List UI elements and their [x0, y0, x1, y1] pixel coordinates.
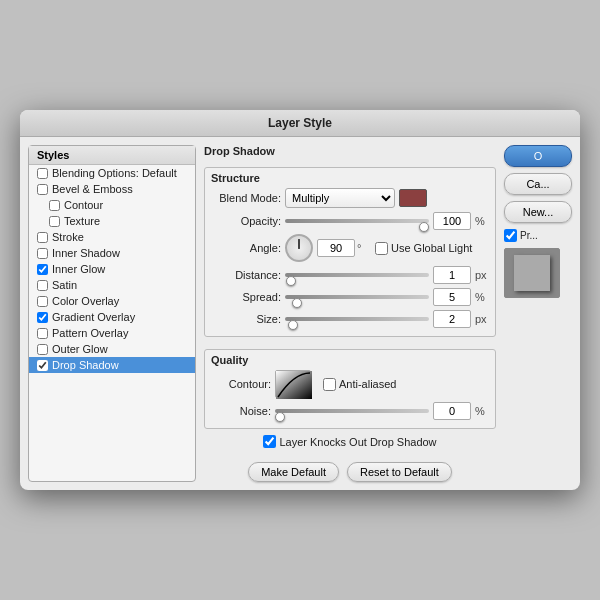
angle-input[interactable]	[317, 239, 355, 257]
contour-svg	[276, 371, 312, 399]
ok-button[interactable]: O	[504, 145, 572, 167]
sidebar-item[interactable]: Pattern Overlay	[29, 325, 195, 341]
noise-slider-track	[275, 409, 429, 413]
sidebar-item[interactable]: Texture	[29, 213, 195, 229]
sidebar-item-label: Inner Glow	[52, 263, 105, 275]
distance-row: Distance: px	[211, 266, 489, 284]
spread-unit: %	[475, 291, 489, 303]
sidebar-item[interactable]: Drop Shadow	[29, 357, 195, 373]
global-light-checkbox[interactable]	[375, 242, 388, 255]
sidebar-item-checkbox[interactable]	[37, 344, 48, 355]
dialog-body: Styles Blending Options: DefaultBevel & …	[20, 137, 580, 490]
sidebar-item[interactable]: Outer Glow	[29, 341, 195, 357]
spread-row: Spread: %	[211, 288, 489, 306]
sidebar-item[interactable]: Inner Shadow	[29, 245, 195, 261]
sidebar-item-checkbox[interactable]	[37, 280, 48, 291]
anti-aliased-label: Anti-aliased	[323, 378, 396, 391]
preview-checkbox[interactable]	[504, 229, 517, 242]
quality-section: Quality Contour:	[204, 349, 496, 429]
noise-unit: %	[475, 405, 489, 417]
contour-row: Contour:	[211, 370, 489, 398]
sidebar-item[interactable]: Stroke	[29, 229, 195, 245]
sidebar-item-label: Inner Shadow	[52, 247, 120, 259]
sidebar-item-checkbox[interactable]	[37, 312, 48, 323]
preview-checkbox-label: Pr...	[504, 229, 572, 242]
sidebar-item-checkbox[interactable]	[37, 232, 48, 243]
size-row: Size: px	[211, 310, 489, 328]
spread-slider-track	[285, 295, 429, 299]
global-light-label: Use Global Light	[375, 242, 472, 255]
opacity-slider-container	[285, 219, 429, 223]
angle-input-wrap: °	[317, 239, 371, 257]
noise-slider-container	[275, 409, 429, 413]
dialog-title: Layer Style	[268, 116, 332, 130]
sidebar-item[interactable]: Satin	[29, 277, 195, 293]
blend-mode-row: Blend Mode: Multiply Normal Screen	[211, 188, 489, 208]
sidebar-item-checkbox[interactable]	[37, 264, 48, 275]
sidebar-item-checkbox[interactable]	[37, 360, 48, 371]
make-default-button[interactable]: Make Default	[248, 462, 339, 482]
distance-slider[interactable]	[285, 279, 429, 283]
sidebar-item-label: Outer Glow	[52, 343, 108, 355]
shadow-color-swatch[interactable]	[399, 189, 427, 207]
sidebar-item[interactable]: Bevel & Emboss	[29, 181, 195, 197]
sidebar-item[interactable]: Contour	[29, 197, 195, 213]
size-slider[interactable]	[285, 323, 429, 327]
new-style-button[interactable]: New...	[504, 201, 572, 223]
contour-label: Contour:	[211, 378, 271, 390]
sidebar-items-container: Blending Options: DefaultBevel & EmbossC…	[29, 165, 195, 373]
sidebar-item-label: Blending Options: Default	[52, 167, 177, 179]
quality-title: Quality	[211, 354, 489, 366]
sidebar-item-checkbox[interactable]	[49, 216, 60, 227]
layer-knocks-text: Layer Knocks Out Drop Shadow	[279, 436, 436, 448]
global-light-text: Use Global Light	[391, 242, 472, 254]
sidebar-item[interactable]: Blending Options: Default	[29, 165, 195, 181]
angle-dial[interactable]	[285, 234, 313, 262]
distance-unit: px	[475, 269, 489, 281]
preview-thumbnail	[504, 248, 560, 298]
opacity-slider[interactable]	[285, 225, 429, 229]
anti-aliased-checkbox[interactable]	[323, 378, 336, 391]
blend-mode-select[interactable]: Multiply Normal Screen	[285, 188, 395, 208]
layer-knocks-checkbox[interactable]	[263, 435, 276, 448]
reset-default-button[interactable]: Reset to Default	[347, 462, 452, 482]
sidebar-item-label: Satin	[52, 279, 77, 291]
contour-thumbnail[interactable]	[275, 370, 311, 398]
blend-mode-label: Blend Mode:	[211, 192, 281, 204]
opacity-input[interactable]	[433, 212, 471, 230]
noise-row: Noise: %	[211, 402, 489, 420]
opacity-slider-track	[285, 219, 429, 223]
drop-shadow-header: Drop Shadow	[204, 145, 496, 157]
size-input[interactable]	[433, 310, 471, 328]
cancel-button[interactable]: Ca...	[504, 173, 572, 195]
sidebar-item-label: Gradient Overlay	[52, 311, 135, 323]
spread-input[interactable]	[433, 288, 471, 306]
size-unit: px	[475, 313, 489, 325]
distance-input[interactable]	[433, 266, 471, 284]
sidebar-item[interactable]: Color Overlay	[29, 293, 195, 309]
sidebar-item[interactable]: Gradient Overlay	[29, 309, 195, 325]
sidebar-item-checkbox[interactable]	[37, 248, 48, 259]
sidebar-item-checkbox[interactable]	[37, 168, 48, 179]
size-label: Size:	[211, 313, 281, 325]
size-slider-track	[285, 317, 429, 321]
sidebar-item-label: Drop Shadow	[52, 359, 119, 371]
sidebar-item-checkbox[interactable]	[37, 328, 48, 339]
distance-label: Distance:	[211, 269, 281, 281]
structure-section: Structure Blend Mode: Multiply Normal Sc…	[204, 167, 496, 337]
spread-label: Spread:	[211, 291, 281, 303]
styles-header: Styles	[29, 146, 195, 165]
spread-slider-container	[285, 295, 429, 299]
noise-slider[interactable]	[275, 415, 429, 419]
noise-input[interactable]	[433, 402, 471, 420]
sidebar-item[interactable]: Inner Glow	[29, 261, 195, 277]
sidebar-item-checkbox[interactable]	[37, 296, 48, 307]
sidebar-item-checkbox[interactable]	[49, 200, 60, 211]
sidebar-item-label: Texture	[64, 215, 100, 227]
distance-slider-container	[285, 273, 429, 277]
side-buttons-panel: O Ca... New... Pr...	[504, 145, 572, 482]
spread-slider[interactable]	[285, 301, 429, 305]
anti-aliased-text: Anti-aliased	[339, 378, 396, 390]
sidebar-item-checkbox[interactable]	[37, 184, 48, 195]
sidebar-item-label: Contour	[64, 199, 103, 211]
